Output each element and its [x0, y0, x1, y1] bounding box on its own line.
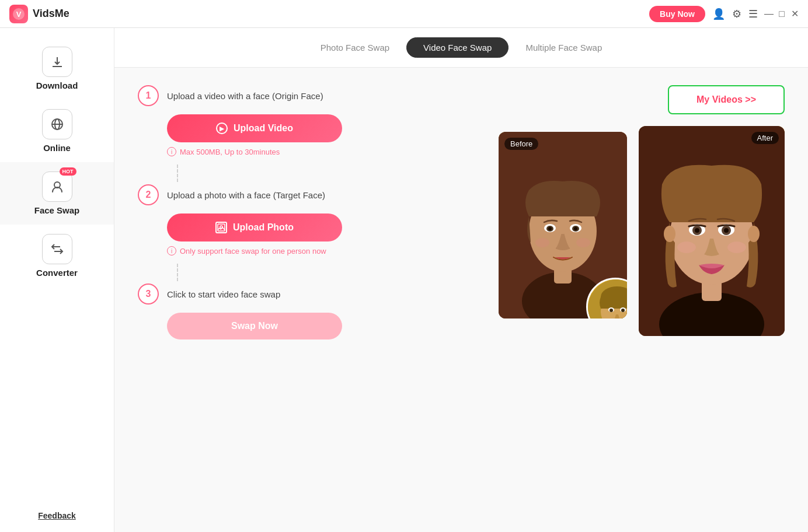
title-bar: V VidsMe Buy Now 👤 ⚙ ☰ — □ ✕	[0, 0, 808, 28]
tab-photo-face-swap[interactable]: Photo Face Swap	[304, 37, 406, 58]
info-icon-1: i	[167, 147, 176, 156]
before-label: Before	[504, 138, 538, 150]
svg-point-44	[677, 242, 696, 253]
svg-point-19	[548, 227, 552, 230]
upload-photo-label: Upload Photo	[233, 222, 294, 233]
main-content: 1 Upload a video with a face (Origin Fac…	[114, 68, 808, 532]
title-bar-right: Buy Now 👤 ⚙ ☰ — □ ✕	[649, 6, 799, 22]
minimize-button[interactable]: —	[765, 10, 773, 18]
before-image: Before	[499, 132, 627, 318]
upload-photo-icon	[215, 222, 227, 233]
svg-point-22	[576, 238, 590, 247]
sidebar-converter-label: Converter	[36, 268, 78, 278]
step-connector-2	[177, 264, 178, 281]
svg-point-36	[664, 226, 675, 242]
step-1-number: 1	[138, 85, 159, 106]
after-image: After	[639, 126, 785, 336]
tab-video-face-swap[interactable]: Video Face Swap	[406, 37, 509, 58]
step-3-number: 3	[138, 284, 159, 304]
preview-panel: My Videos >>	[371, 85, 785, 514]
step-1-title: Upload a video with a face (Origin Face)	[167, 91, 323, 101]
step-1: 1 Upload a video with a face (Origin Fac…	[138, 85, 348, 156]
step-1-hint: i Max 500MB, Up to 30minutes	[167, 147, 348, 156]
step-2-number: 2	[138, 184, 159, 205]
step-1-hint-text: Max 500MB, Up to 30minutes	[180, 148, 280, 156]
svg-point-20	[574, 227, 577, 230]
feedback-link[interactable]: Feedback	[38, 511, 76, 520]
hot-badge: HOT	[60, 167, 76, 176]
steps-panel: 1 Upload a video with a face (Origin Fac…	[138, 85, 348, 514]
sidebar-item-online[interactable]: Online	[0, 100, 114, 162]
after-label: After	[751, 132, 779, 144]
svg-point-43	[724, 228, 729, 233]
face-swap-icon-container: HOT	[42, 172, 72, 202]
sidebar-item-download[interactable]: Download	[0, 37, 114, 100]
step-3-header: 3 Click to start video face swap	[138, 284, 348, 304]
face-swap-preview: Before	[499, 132, 785, 336]
app-name: VidsMe	[33, 8, 69, 20]
tab-multiple-face-swap[interactable]: Multiple Face Swap	[509, 37, 619, 58]
upload-photo-button[interactable]: Upload Photo	[167, 214, 342, 242]
download-icon-container	[42, 47, 72, 77]
sidebar: Download Online HOT Face Swap	[0, 28, 114, 532]
svg-point-21	[535, 238, 549, 247]
swap-now-button[interactable]: Swap Now	[167, 313, 342, 340]
step-3: 3 Click to start video face swap Swap No…	[138, 284, 348, 340]
sidebar-face-swap-label: Face Swap	[34, 205, 80, 215]
svg-point-30	[621, 309, 625, 312]
play-icon: ▶	[216, 123, 228, 134]
content-area: Photo Face Swap Video Face Swap Multiple…	[114, 28, 808, 532]
info-icon-2: i	[167, 246, 176, 256]
step-3-title: Click to start video face swap	[167, 289, 280, 299]
upload-video-label: Upload Video	[234, 123, 293, 134]
svg-point-45	[727, 242, 746, 253]
my-videos-button[interactable]: My Videos >>	[668, 85, 785, 114]
svg-point-37	[748, 226, 760, 242]
sidebar-item-face-swap[interactable]: HOT Face Swap	[0, 162, 114, 225]
sidebar-download-label: Download	[36, 80, 78, 90]
maximize-button[interactable]: □	[778, 10, 786, 18]
step-2-title: Upload a photo with a face (Target Face)	[167, 190, 325, 200]
step-2-hint-text: Only support face swap for one person no…	[180, 247, 326, 256]
step-connector-1	[177, 164, 178, 182]
step-2-header: 2 Upload a photo with a face (Target Fac…	[138, 184, 348, 205]
close-button[interactable]: ✕	[790, 10, 799, 18]
step-2-hint: i Only support face swap for one person …	[167, 246, 348, 256]
window-controls: — □ ✕	[765, 10, 799, 18]
user-icon[interactable]: 👤	[712, 8, 725, 20]
main-layout: Download Online HOT Face Swap	[0, 28, 808, 532]
tabs-bar: Photo Face Swap Video Face Swap Multiple…	[114, 28, 808, 68]
title-bar-left: V VidsMe	[9, 5, 69, 23]
svg-text:V: V	[16, 10, 22, 19]
online-icon-container	[42, 109, 72, 139]
svg-point-42	[695, 228, 699, 233]
app-logo: V	[9, 5, 28, 23]
step-2: 2 Upload a photo with a face (Target Fac…	[138, 184, 348, 256]
sidebar-item-converter[interactable]: Converter	[0, 225, 114, 287]
settings-icon[interactable]: ⚙	[732, 8, 741, 20]
step-1-header: 1 Upload a video with a face (Origin Fac…	[138, 85, 348, 106]
sidebar-online-label: Online	[43, 143, 71, 153]
svg-point-29	[610, 309, 613, 312]
sidebar-bottom: Feedback	[0, 499, 114, 532]
svg-rect-7	[218, 224, 225, 231]
menu-icon[interactable]: ☰	[748, 8, 758, 20]
swap-now-label: Swap Now	[231, 321, 278, 331]
converter-icon-container	[42, 234, 72, 264]
upload-video-button[interactable]: ▶ Upload Video	[167, 114, 342, 142]
buy-now-button[interactable]: Buy Now	[649, 6, 705, 22]
